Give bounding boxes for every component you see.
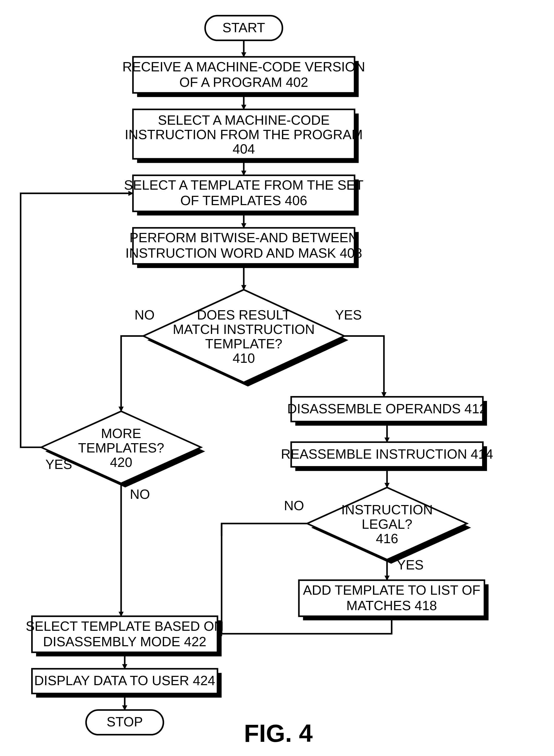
node-422-line2: DISASSEMBLY MODE 422 xyxy=(43,634,206,649)
node-424: DISPLAY DATA TO USER 424 xyxy=(32,669,222,697)
d410-line2: MATCH INSTRUCTION xyxy=(173,322,315,337)
d410-line3: TEMPLATE? xyxy=(205,336,282,351)
node-402-line2: OF A PROGRAM 402 xyxy=(179,75,308,90)
node-406-line1: SELECT A TEMPLATE FROM THE SET xyxy=(124,178,364,192)
node-408: PERFORM BITWISE-AND BETWEEN INSTRUCTION … xyxy=(125,228,362,268)
node-404-line2: INSTRUCTION FROM THE PROGRAM xyxy=(125,127,363,142)
edge-420-no: NO xyxy=(130,487,150,502)
edge-416-yes: YES xyxy=(397,557,424,572)
d416-line1: INSTRUCTION xyxy=(341,502,433,517)
d410-line1: DOES RESULT xyxy=(197,307,290,322)
stop-node: STOP xyxy=(86,710,163,735)
node-424-line1: DISPLAY DATA TO USER 424 xyxy=(34,673,215,688)
edge-420-yes: YES xyxy=(45,457,72,472)
node-402: RECEIVE A MACHINE-CODE VERSION OF A PROG… xyxy=(122,57,365,97)
node-418-line2: MATCHES 418 xyxy=(346,598,437,613)
node-404: SELECT A MACHINE-CODE INSTRUCTION FROM T… xyxy=(125,109,363,163)
node-406-line2: OF TEMPLATES 406 xyxy=(180,193,307,208)
figure-label: FIG. 4 xyxy=(244,719,313,747)
d416-line3: 416 xyxy=(376,531,398,546)
node-418-line1: ADD TEMPLATE TO LIST OF xyxy=(303,583,480,597)
start-node: START xyxy=(205,16,283,41)
flowchart: START RECEIVE A MACHINE-CODE VERSION OF … xyxy=(0,0,554,756)
edge-410-yes: YES xyxy=(335,307,362,322)
stop-label: STOP xyxy=(106,714,143,729)
node-414-line1: REASSEMBLE INSTRUCTION 414 xyxy=(281,447,493,461)
node-412: DISASSEMBLE OPERANDS 412 xyxy=(287,397,487,426)
node-418: ADD TEMPLATE TO LIST OF MATCHES 418 xyxy=(299,580,489,621)
node-412-line1: DISASSEMBLE OPERANDS 412 xyxy=(287,401,487,416)
edge-416-no: NO xyxy=(284,498,304,513)
node-408-line1: PERFORM BITWISE-AND BETWEEN xyxy=(129,230,358,245)
node-402-line1: RECEIVE A MACHINE-CODE VERSION xyxy=(122,59,365,74)
node-404-line1: SELECT A MACHINE-CODE xyxy=(158,113,329,128)
node-404-line3: 404 xyxy=(232,141,255,156)
decision-410: DOES RESULT MATCH INSTRUCTION TEMPLATE? … xyxy=(143,290,348,386)
decision-416: INSTRUCTION LEGAL? 416 xyxy=(307,488,471,564)
decision-420: MORE TEMPLATES? 420 xyxy=(41,411,205,488)
start-label: START xyxy=(222,20,265,35)
d410-line4: 410 xyxy=(232,351,255,366)
node-422-line1: SELECT TEMPLATE BASED ON xyxy=(26,619,224,634)
d420-line3: 420 xyxy=(110,455,132,470)
edge-410-no: NO xyxy=(134,307,155,322)
node-406: SELECT A TEMPLATE FROM THE SET OF TEMPLA… xyxy=(124,175,364,215)
node-422: SELECT TEMPLATE BASED ON DISASSEMBLY MOD… xyxy=(26,616,224,656)
node-414: REASSEMBLE INSTRUCTION 414 xyxy=(281,442,493,471)
node-408-line2: INSTRUCTION WORD AND MASK 408 xyxy=(125,246,362,260)
d416-line2: LEGAL? xyxy=(362,517,412,531)
d420-line1: MORE xyxy=(101,426,141,441)
d420-line2: TEMPLATES? xyxy=(78,440,164,455)
